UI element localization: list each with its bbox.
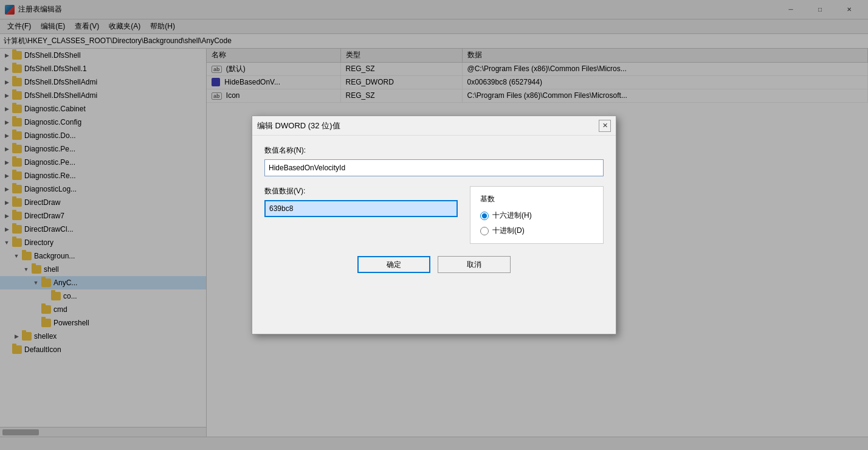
radio-group: 十六进制(H) 十进制(D) [480,210,593,236]
dialog-title-bar: 编辑 DWORD (32 位)值 ✕ [252,116,616,136]
dialog-buttons: 确定 取消 [264,256,604,273]
confirm-button[interactable]: 确定 [357,256,430,273]
name-input[interactable] [264,159,604,176]
radio-hex-text: 十六进制(H) [492,210,532,221]
dialog-body: 数值名称(N): 数值数据(V): 基数 十六进制(H) [252,136,616,283]
dialog-data-left: 数值数据(V): [264,186,458,244]
edit-dword-dialog: 编辑 DWORD (32 位)值 ✕ 数值名称(N): 数值数据(V): 基数 [252,116,616,334]
data-value-input[interactable] [264,200,458,217]
radio-hex-label[interactable]: 十六进制(H) [480,210,593,221]
dialog-data-row: 数值数据(V): 基数 十六进制(H) 十进制(D) [264,186,604,244]
data-label: 数值数据(V): [264,186,458,196]
base-selection: 基数 十六进制(H) 十进制(D) [470,186,604,244]
modal-overlay: 编辑 DWORD (32 位)值 ✕ 数值名称(N): 数值数据(V): 基数 [0,0,868,450]
radio-dec-label[interactable]: 十进制(D) [480,226,593,236]
name-label: 数值名称(N): [264,145,604,156]
dialog-title-text: 编辑 DWORD (32 位)值 [257,120,599,131]
dialog-close-button[interactable]: ✕ [599,120,611,132]
base-label: 基数 [480,194,593,204]
cancel-button[interactable]: 取消 [438,256,511,273]
radio-dec[interactable] [480,227,489,235]
radio-hex[interactable] [480,212,489,220]
radio-dec-text: 十进制(D) [492,226,525,236]
